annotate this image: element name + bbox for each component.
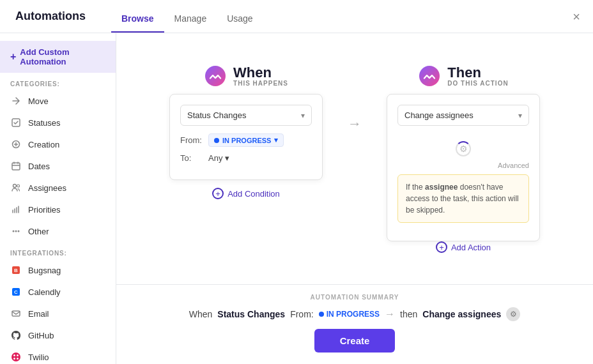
sidebar-label-github: GitHub <box>28 331 54 340</box>
sidebar-label-email: Email <box>28 309 49 319</box>
when-block-header: When THIS HAPPENS <box>204 64 288 87</box>
create-button[interactable]: Create <box>314 329 396 353</box>
modal-title: Automations <box>15 10 86 23</box>
add-condition-button[interactable]: + Add Condition <box>212 188 280 199</box>
email-icon <box>10 308 22 319</box>
to-any-badge[interactable]: Any ▾ <box>208 153 229 163</box>
from-status-badge[interactable]: IN PROGRESS ▾ <box>208 133 284 147</box>
sidebar-item-statuses[interactable]: Statuses <box>0 112 116 133</box>
sidebar-label-statuses: Statuses <box>28 118 61 128</box>
summary-arrow-icon: → <box>385 308 395 320</box>
sidebar: + Add Custom Automation CATEGORIES: Move <box>0 33 116 364</box>
sidebar-label-other: Other <box>28 227 49 236</box>
when-title: When <box>233 66 288 80</box>
svg-point-4 <box>17 185 20 187</box>
tab-browse[interactable]: Browse <box>111 4 164 33</box>
sidebar-item-other[interactable]: Other <box>0 220 116 242</box>
summary-then-label: then <box>400 309 417 319</box>
action-dropdown-label: Change assignees <box>404 110 474 120</box>
modal-body: + Add Custom Automation CATEGORIES: Move <box>0 33 593 364</box>
integrations-label: INTEGRATIONS: <box>0 242 116 259</box>
warning-box: If the assignee doesn't have access to t… <box>397 174 529 223</box>
twilio-icon <box>10 351 22 363</box>
sidebar-label-dates: Dates <box>28 162 50 171</box>
move-icon <box>10 95 22 107</box>
svg-point-5 <box>13 231 15 232</box>
sidebar-item-assignees[interactable]: Assignees <box>0 177 116 199</box>
sidebar-item-bugsnag[interactable]: B Bugsnag <box>0 259 116 281</box>
calendly-icon: C <box>10 286 22 298</box>
sidebar-label-twilio: Twilio <box>28 353 49 362</box>
add-custom-label: Add Custom Automation <box>20 47 105 66</box>
bugsnag-icon: B <box>10 264 22 276</box>
modal-header: Automations Browse Manage Usage × <box>0 0 593 33</box>
add-custom-automation-button[interactable]: + Add Custom Automation <box>0 41 116 73</box>
summary-status-value: IN PROGRESS <box>327 310 380 319</box>
main-content: When THIS HAPPENS Status Changes ▾ From: <box>116 33 593 364</box>
categories-label: CATEGORIES: <box>0 73 116 90</box>
then-block-header: Then DO THIS ACTION <box>418 64 508 87</box>
sidebar-item-priorities[interactable]: Priorities <box>0 199 116 220</box>
condition-dropdown[interactable]: Status Changes ▾ <box>180 105 312 126</box>
when-title-group: When THIS HAPPENS <box>233 66 288 87</box>
sidebar-label-bugsnag: Bugsnag <box>28 266 61 275</box>
summary-status-dot-icon <box>319 312 324 317</box>
summary-when-label: When <box>189 309 213 319</box>
summary-action-bold: Change assignees <box>422 309 501 319</box>
from-chevron-icon: ▾ <box>274 136 278 144</box>
action-dropdown[interactable]: Change assignees ▾ <box>397 105 529 126</box>
svg-point-19 <box>419 66 440 86</box>
summary-condition-bold: Status Changes <box>217 309 285 319</box>
from-row: From: IN PROGRESS ▾ <box>180 133 312 147</box>
svg-point-15 <box>17 354 19 356</box>
statuses-icon <box>10 117 22 128</box>
condition-card: Status Changes ▾ From: IN PROGRESS ▾ <box>169 94 323 180</box>
arrow-right-icon: → <box>348 116 362 132</box>
to-row: To: Any ▾ <box>180 153 312 163</box>
assignees-icon <box>10 182 22 193</box>
tab-manage[interactable]: Manage <box>164 4 217 33</box>
svg-point-16 <box>13 358 15 360</box>
sidebar-item-calendly[interactable]: C Calendly <box>0 281 116 303</box>
from-label: From: <box>180 135 203 145</box>
builder-row: When THIS HAPPENS Status Changes ▾ From: <box>129 64 580 253</box>
then-block: Then DO THIS ACTION Change assignees ▾ ⚙ <box>380 64 546 253</box>
advanced-link[interactable]: Advanced <box>397 162 529 169</box>
then-subtitle: DO THIS ACTION <box>447 80 508 87</box>
svg-rect-2 <box>12 163 20 170</box>
sidebar-item-twilio[interactable]: Twilio <box>0 346 116 364</box>
sidebar-item-dates[interactable]: Dates <box>0 155 116 177</box>
when-logo <box>204 64 227 87</box>
summary-status-badge: IN PROGRESS <box>319 310 380 319</box>
automation-summary: AUTOMATION SUMMARY When Status Changes F… <box>116 284 593 364</box>
spinner-icon: ⚙ <box>456 141 471 156</box>
svg-point-13 <box>12 353 20 361</box>
svg-text:B: B <box>14 268 18 273</box>
when-block: When THIS HAPPENS Status Changes ▾ From: <box>163 64 329 199</box>
sidebar-label-creation: Creation <box>28 140 59 149</box>
sidebar-label-priorities: Priorities <box>28 205 61 215</box>
svg-point-17 <box>17 358 19 360</box>
svg-point-18 <box>205 66 226 86</box>
status-dot-icon <box>214 138 219 143</box>
sidebar-item-creation[interactable]: Creation <box>0 133 116 155</box>
add-condition-plus-icon: + <box>212 188 224 199</box>
sidebar-item-github[interactable]: GitHub <box>0 324 116 346</box>
action-loading: ⚙ <box>397 133 529 162</box>
when-subtitle: THIS HAPPENS <box>233 80 288 87</box>
add-condition-label: Add Condition <box>227 189 280 199</box>
summary-section-label: AUTOMATION SUMMARY <box>132 294 578 301</box>
then-title: Then <box>447 66 508 80</box>
sidebar-item-move[interactable]: Move <box>0 90 116 112</box>
tab-usage[interactable]: Usage <box>217 4 263 33</box>
to-chevron-icon: ▾ <box>225 153 229 163</box>
svg-point-14 <box>13 354 15 356</box>
close-button[interactable]: × <box>573 10 580 23</box>
sidebar-item-email[interactable]: Email <box>0 303 116 324</box>
sidebar-label-assignees: Assignees <box>28 183 66 193</box>
add-action-button[interactable]: + Add Action <box>436 241 491 253</box>
warning-bold: assignee <box>425 183 458 192</box>
svg-point-6 <box>15 231 17 232</box>
to-value: Any <box>208 153 222 163</box>
automations-modal: Automations Browse Manage Usage × + Add … <box>0 0 593 364</box>
